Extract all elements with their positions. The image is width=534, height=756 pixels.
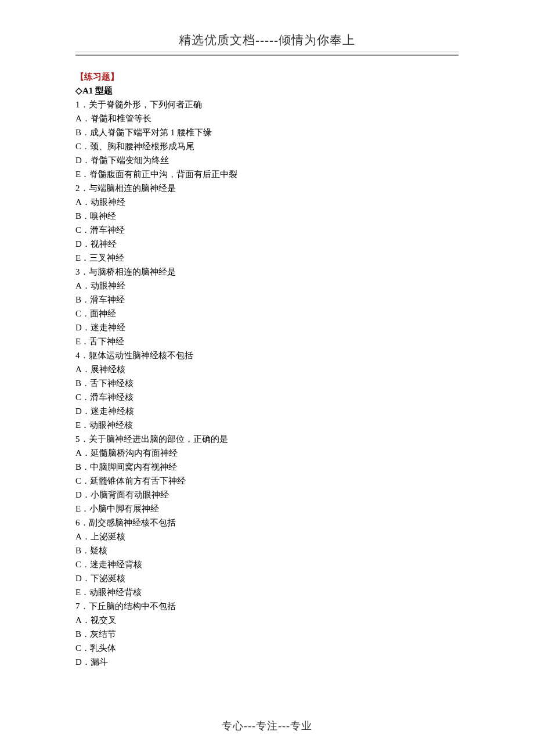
question-option: B．灰结节 bbox=[75, 627, 459, 641]
question-option: D．视神经 bbox=[75, 237, 459, 251]
question-option: D．漏斗 bbox=[75, 655, 459, 669]
document-body: 【练习题】 ◇A1 型题 1．关于脊髓外形，下列何者正确 A．脊髓和椎管等长 B… bbox=[75, 70, 459, 669]
question-option: E．动眼神经背核 bbox=[75, 585, 459, 599]
section-title: 【练习题】 bbox=[75, 70, 459, 84]
page-footer: 专心---专注---专业 bbox=[0, 719, 534, 733]
question-stem: 1．关于脊髓外形，下列何者正确 bbox=[75, 98, 459, 111]
question-option: E．脊髓腹面有前正中沟，背面有后正中裂 bbox=[75, 167, 459, 181]
question-option: E．舌下神经 bbox=[75, 334, 459, 348]
question-option: E．三叉神经 bbox=[75, 251, 459, 265]
question-option: A．视交叉 bbox=[75, 613, 459, 627]
question-option: C．滑车神经核 bbox=[75, 390, 459, 404]
question-option: A．展神经核 bbox=[75, 362, 459, 376]
question-option: A．延髓脑桥沟内有面神经 bbox=[75, 446, 459, 460]
question-stem: 5．关于脑神经进出脑的部位，正确的是 bbox=[75, 432, 459, 446]
question-option: D．下泌涎核 bbox=[75, 571, 459, 585]
question-option: D．脊髓下端变细为终丝 bbox=[75, 153, 459, 167]
question-option: B．滑车神经 bbox=[75, 293, 459, 307]
question-option: A．动眼神经 bbox=[75, 279, 459, 293]
question-option: B．嗅神经 bbox=[75, 209, 459, 223]
question-option: C．乳头体 bbox=[75, 641, 459, 655]
header-text: 精选优质文档-----倾情为你奉上 bbox=[179, 33, 355, 47]
question-option: E．小脑中脚有展神经 bbox=[75, 502, 459, 516]
question-option: B．中脑脚间窝内有视神经 bbox=[75, 460, 459, 474]
question-option: B．疑核 bbox=[75, 543, 459, 557]
question-option: A．动眼神经 bbox=[75, 195, 459, 209]
question-option: C．面神经 bbox=[75, 307, 459, 321]
question-option: C．迷走神经背核 bbox=[75, 557, 459, 571]
header-ruler bbox=[75, 52, 459, 56]
question-stem: 3．与脑桥相连的脑神经是 bbox=[75, 265, 459, 279]
question-stem: 4．躯体运动性脑神经核不包括 bbox=[75, 348, 459, 362]
question-stem: 7．下丘脑的结构中不包括 bbox=[75, 599, 459, 613]
question-option: C．滑车神经 bbox=[75, 223, 459, 237]
question-option: C．颈、胸和腰神经根形成马尾 bbox=[75, 139, 459, 153]
question-option: D．迷走神经 bbox=[75, 321, 459, 334]
page-header: 精选优质文档-----倾情为你奉上 bbox=[75, 32, 459, 59]
question-option: A．上泌涎核 bbox=[75, 530, 459, 543]
question-stem: 6．副交感脑神经核不包括 bbox=[75, 516, 459, 530]
question-option: B．舌下神经核 bbox=[75, 376, 459, 390]
question-option: D．小脑背面有动眼神经 bbox=[75, 488, 459, 502]
question-option: B．成人脊髓下端平对第 1 腰椎下缘 bbox=[75, 125, 459, 139]
question-type-title: ◇A1 型题 bbox=[75, 84, 459, 98]
question-option: E．动眼神经核 bbox=[75, 418, 459, 432]
question-option: C．延髓锥体前方有舌下神经 bbox=[75, 474, 459, 488]
question-option: D．迷走神经核 bbox=[75, 404, 459, 418]
question-option: A．脊髓和椎管等长 bbox=[75, 111, 459, 125]
question-stem: 2．与端脑相连的脑神经是 bbox=[75, 181, 459, 195]
